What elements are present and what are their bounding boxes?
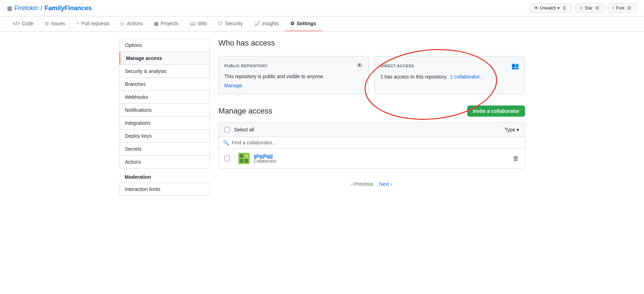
public-card-manage-link[interactable]: Manage [224, 83, 242, 88]
main-content: Who has access PUBLIC REPOSITORY 👁 This … [218, 39, 525, 196]
svg-rect-4 [245, 159, 248, 163]
repo-icon: ▩ [7, 5, 12, 12]
unwatch-label: Unwatch [540, 6, 556, 11]
tab-wiki[interactable]: 📖 Wiki [184, 16, 212, 31]
sidebar-actions-label: Actions [125, 159, 141, 165]
next-button[interactable]: Next › [379, 181, 392, 187]
tab-security[interactable]: 🛡 Security [212, 16, 248, 31]
projects-icon: ▦ [154, 21, 159, 26]
eye-icon: 👁 [534, 6, 538, 11]
tab-pull-requests[interactable]: ⑂ Pull requests [71, 16, 115, 31]
search-input[interactable] [232, 140, 520, 145]
public-card-header: PUBLIC REPOSITORY 👁 [224, 62, 363, 69]
sidebar-item-webhooks[interactable]: Webhooks [119, 91, 210, 104]
fork-count: 0 [626, 6, 632, 11]
sidebar-item-interaction-limits[interactable]: Interaction limits [119, 183, 210, 196]
tab-projects-label: Projects [161, 21, 178, 26]
repo-name[interactable]: FamilyFinances [44, 5, 92, 12]
previous-label: Previous [354, 181, 373, 187]
insights-icon: 📈 [254, 21, 260, 26]
sidebar-branches-label: Branches [125, 81, 146, 87]
svg-rect-3 [245, 154, 248, 158]
sidebar-item-manage-access[interactable]: Manage access [119, 52, 210, 65]
next-label: Next [379, 181, 389, 187]
tab-code-label: Code [22, 21, 33, 26]
sidebar-item-secrets[interactable]: Secrets [119, 143, 210, 156]
tab-insights-label: Insights [262, 21, 279, 26]
chevron-left-icon: ‹ [351, 181, 353, 187]
direct-card-header: DIRECT ACCESS 👥 [380, 62, 519, 70]
code-icon: </> [13, 21, 20, 26]
star-button[interactable]: ☆ Star 0 [575, 4, 605, 13]
sidebar-group-main: Options Manage access Security & analysi… [119, 39, 210, 169]
issues-icon: ⊙ [45, 21, 49, 26]
main-layout: Options Manage access Security & analysi… [112, 32, 532, 203]
sidebar-interaction-limits-label: Interaction limits [125, 186, 160, 192]
sidebar-item-integrations[interactable]: Integrations [119, 117, 210, 130]
search-icon: 🔍 [223, 140, 229, 145]
tab-code[interactable]: </> Code [7, 16, 39, 31]
pull-requests-icon: ⑂ [76, 21, 79, 26]
collab-row-checkbox[interactable] [224, 156, 230, 161]
fork-icon: ⑂ [612, 6, 615, 11]
sidebar-security-analysis-label: Security & analysis [125, 68, 166, 74]
who-has-access-title: Who has access [218, 39, 525, 50]
direct-access-card: DIRECT ACCESS 👥 1 has access to this rep… [374, 56, 525, 94]
sidebar-integrations-label: Integrations [125, 120, 150, 126]
collab-info: ghgjhgjj Collaborator [254, 153, 509, 164]
avatar [238, 153, 250, 164]
settings-icon: ⚙ [290, 21, 295, 26]
tab-actions[interactable]: ▷ Actions [115, 16, 148, 31]
sidebar-item-actions[interactable]: Actions [119, 156, 210, 168]
tab-projects[interactable]: ▦ Projects [148, 16, 184, 31]
sidebar-manage-access-label: Manage access [126, 55, 162, 61]
actions-icon: ▷ [121, 21, 125, 26]
tab-insights[interactable]: 📈 Insights [248, 16, 285, 31]
repo-owner[interactable]: Firetokin [14, 5, 38, 12]
people-icon: 👥 [511, 62, 519, 70]
unwatch-button[interactable]: 👁 Unwatch ▾ 1 [530, 4, 572, 13]
sidebar-options-label: Options [125, 42, 142, 48]
svg-rect-2 [240, 159, 243, 163]
sidebar-item-branches[interactable]: Branches [119, 78, 210, 91]
invite-collaborator-button[interactable]: Invite a collaborator [467, 105, 525, 117]
star-label: Star [585, 6, 593, 11]
tab-settings[interactable]: ⚙ Settings [285, 16, 322, 31]
collab-table-header: Select all Type ▾ [219, 123, 525, 137]
select-all-checkbox[interactable] [224, 127, 230, 132]
public-card-label: PUBLIC REPOSITORY [224, 64, 268, 68]
tab-security-label: Security [225, 21, 243, 26]
sidebar-item-notifications[interactable]: Notifications [119, 104, 210, 117]
delete-collaborator-button[interactable]: 🗑 [513, 155, 519, 162]
collab-role: Collaborator [254, 159, 509, 164]
public-card-text: This repository is public and visible to… [224, 74, 363, 79]
chevron-right-icon: › [391, 181, 392, 187]
public-repo-card: PUBLIC REPOSITORY 👁 This repository is p… [218, 56, 369, 94]
sidebar-item-options[interactable]: Options [119, 39, 210, 52]
pagination: ‹ Previous Next › [218, 174, 525, 194]
direct-card-collab-link[interactable]: 1 collaborator [450, 74, 480, 80]
sidebar-item-security-analysis[interactable]: Security & analysis [119, 65, 210, 78]
fork-button[interactable]: ⑂ Fork 0 [608, 4, 637, 13]
collab-name[interactable]: ghgjhgjj [254, 153, 509, 159]
collaborators-table: Select all Type ▾ 🔍 [218, 122, 525, 169]
sidebar-notifications-label: Notifications [125, 107, 152, 113]
tab-actions-label: Actions [127, 21, 143, 26]
sidebar-moderation-label: Moderation [119, 169, 210, 183]
tab-issues-label: Issues [51, 21, 65, 26]
tab-issues[interactable]: ⊙ Issues [39, 16, 71, 31]
search-box: 🔍 [219, 137, 525, 149]
previous-button[interactable]: ‹ Previous [351, 181, 373, 187]
type-dropdown[interactable]: Type ▾ [505, 127, 519, 132]
sidebar-item-deploy-keys[interactable]: Deploy keys [119, 130, 210, 143]
nav-tabs: </> Code ⊙ Issues ⑂ Pull requests ▷ Acti… [0, 16, 644, 32]
type-label: Type [505, 127, 515, 132]
top-bar: ▩ Firetokin / FamilyFinances 👁 Unwatch ▾… [0, 0, 644, 16]
direct-card-label: DIRECT ACCESS [380, 64, 414, 68]
security-icon: 🛡 [218, 21, 223, 26]
svg-rect-1 [240, 154, 243, 158]
select-all-label: Select all [234, 127, 505, 132]
star-count: 0 [594, 6, 601, 11]
table-row: ghgjhgjj Collaborator 🗑 [219, 149, 525, 168]
star-icon: ☆ [580, 6, 583, 11]
